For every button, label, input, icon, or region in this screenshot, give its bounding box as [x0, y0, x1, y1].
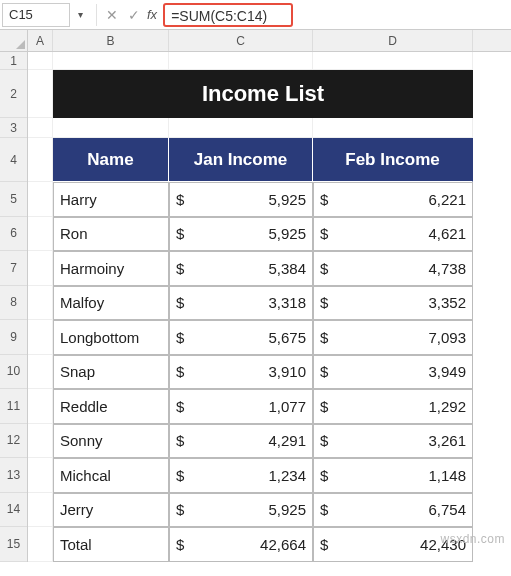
col-header[interactable]: C	[169, 30, 313, 51]
currency-symbol: $	[176, 225, 184, 242]
feb-cell[interactable]: $1,292	[313, 389, 473, 424]
row-header[interactable]: 14	[0, 493, 27, 528]
title-banner[interactable]: Income List	[53, 70, 473, 118]
cell-value: 6,754	[428, 501, 466, 518]
jan-cell[interactable]: $3,910	[169, 355, 313, 390]
cell-value: 3,949	[428, 363, 466, 380]
feb-cell[interactable]: $4,621	[313, 217, 473, 252]
cell[interactable]	[313, 118, 473, 138]
row-header[interactable]: 9	[0, 320, 27, 355]
cell[interactable]	[28, 493, 53, 528]
cell[interactable]	[28, 458, 53, 493]
cell[interactable]	[28, 118, 53, 138]
feb-cell[interactable]: $6,221	[313, 182, 473, 217]
jan-cell[interactable]: $5,384	[169, 251, 313, 286]
name-cell[interactable]: Jerry	[53, 493, 169, 528]
row-header[interactable]: 6	[0, 217, 27, 252]
enter-icon[interactable]: ✓	[123, 4, 145, 26]
jan-cell[interactable]: $5,925	[169, 182, 313, 217]
name-box-dropdown-icon[interactable]: ▾	[72, 9, 88, 20]
cell[interactable]	[28, 424, 53, 459]
jan-cell[interactable]: $1,077	[169, 389, 313, 424]
currency-symbol: $	[176, 432, 184, 449]
cell-value: 3,352	[428, 294, 466, 311]
name-cell[interactable]: Longbottom	[53, 320, 169, 355]
cell[interactable]	[169, 118, 313, 138]
row-header[interactable]: 12	[0, 424, 27, 459]
col-header[interactable]: D	[313, 30, 473, 51]
row-header[interactable]: 1	[0, 52, 27, 70]
cancel-icon[interactable]: ✕	[101, 4, 123, 26]
row-header[interactable]: 8	[0, 286, 27, 321]
table-header-name[interactable]: Name	[53, 138, 169, 182]
name-cell[interactable]: Reddle	[53, 389, 169, 424]
name-cell[interactable]: Harry	[53, 182, 169, 217]
cell-value: 6,221	[428, 191, 466, 208]
feb-cell[interactable]: $4,738	[313, 251, 473, 286]
name-cell[interactable]: Snap	[53, 355, 169, 390]
cell[interactable]	[28, 389, 53, 424]
row-gutter: 1 2 3 4 5 6 7 8 9 10 11 12 13 14 15	[0, 30, 28, 576]
row-header[interactable]: 5	[0, 182, 27, 217]
row-header[interactable]: 15	[0, 527, 27, 562]
cell-value: 5,925	[268, 225, 306, 242]
feb-cell[interactable]: $6,754	[313, 493, 473, 528]
name-cell[interactable]: Ron	[53, 217, 169, 252]
name-box[interactable]: C15	[2, 3, 70, 27]
cell[interactable]	[53, 52, 169, 70]
row-header[interactable]: 4	[0, 138, 27, 182]
currency-symbol: $	[320, 467, 328, 484]
cell[interactable]	[28, 52, 53, 70]
col-header[interactable]: A	[28, 30, 53, 51]
select-all-corner[interactable]	[0, 30, 28, 52]
cell[interactable]	[28, 320, 53, 355]
row-header[interactable]: 7	[0, 251, 27, 286]
currency-symbol: $	[176, 191, 184, 208]
row-header[interactable]: 2	[0, 70, 27, 118]
jan-cell[interactable]: $5,675	[169, 320, 313, 355]
cell[interactable]	[169, 52, 313, 70]
cell[interactable]	[28, 527, 53, 562]
grid: A B C D Income List	[28, 30, 511, 576]
cell[interactable]	[53, 118, 169, 138]
cell[interactable]	[28, 138, 53, 182]
cell[interactable]	[28, 217, 53, 252]
cell[interactable]	[28, 286, 53, 321]
currency-symbol: $	[320, 225, 328, 242]
cell[interactable]	[28, 355, 53, 390]
feb-cell[interactable]: $3,949	[313, 355, 473, 390]
jan-cell[interactable]: $4,291	[169, 424, 313, 459]
cell[interactable]	[313, 52, 473, 70]
feb-cell[interactable]: $1,148	[313, 458, 473, 493]
column-headers: A B C D	[28, 30, 511, 52]
row-header[interactable]: 13	[0, 458, 27, 493]
name-cell[interactable]: Sonny	[53, 424, 169, 459]
row-header[interactable]: 11	[0, 389, 27, 424]
col-header[interactable]: B	[53, 30, 169, 51]
cell-value: 5,675	[268, 329, 306, 346]
jan-cell[interactable]: $5,925	[169, 217, 313, 252]
total-jan[interactable]: $42,664	[169, 527, 313, 562]
name-cell[interactable]: Michcal	[53, 458, 169, 493]
fx-icon[interactable]: fx	[147, 7, 157, 22]
feb-cell[interactable]: $3,261	[313, 424, 473, 459]
jan-cell[interactable]: $3,318	[169, 286, 313, 321]
table-header-feb[interactable]: Feb Income	[313, 138, 473, 182]
feb-cell[interactable]: $7,093	[313, 320, 473, 355]
name-cell[interactable]: Harmoiny	[53, 251, 169, 286]
cell[interactable]	[28, 182, 53, 217]
cell[interactable]	[28, 251, 53, 286]
row-header[interactable]: 10	[0, 355, 27, 390]
cell-value: 4,621	[428, 225, 466, 242]
total-label[interactable]: Total	[53, 527, 169, 562]
currency-symbol: $	[320, 398, 328, 415]
cell[interactable]	[28, 70, 53, 118]
feb-cell[interactable]: $3,352	[313, 286, 473, 321]
cells: Income List Name Jan Income Feb Income H…	[28, 52, 511, 562]
jan-cell[interactable]: $5,925	[169, 493, 313, 528]
formula-input[interactable]: =SUM(C5:C14)	[163, 3, 293, 27]
table-header-jan[interactable]: Jan Income	[169, 138, 313, 182]
row-header[interactable]: 3	[0, 118, 27, 138]
name-cell[interactable]: Malfoy	[53, 286, 169, 321]
jan-cell[interactable]: $1,234	[169, 458, 313, 493]
